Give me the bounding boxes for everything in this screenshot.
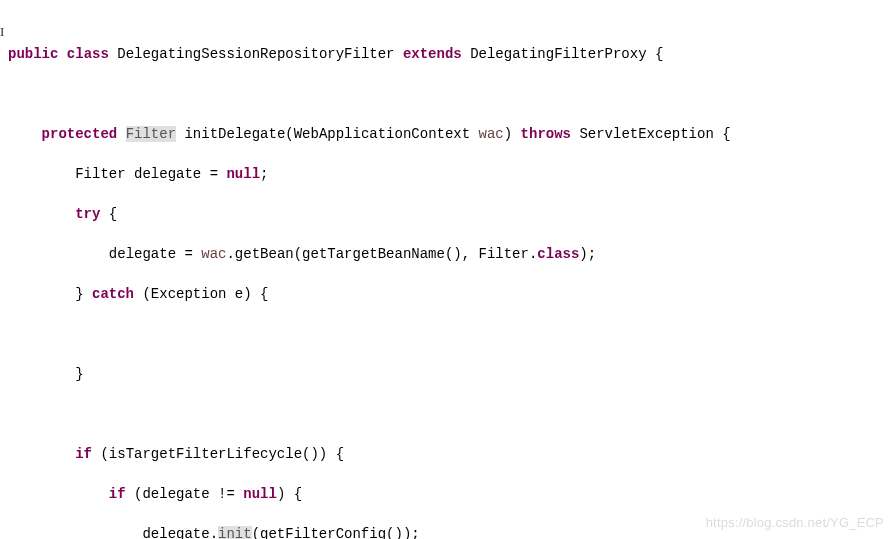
base-class: DelegatingFilterProxy [470,46,646,62]
class-name: DelegatingSessionRepositoryFilter [117,46,394,62]
text-cursor-icon: I [0,22,4,42]
call-tail: (getFilterConfig()); [252,526,420,539]
code-editor: I public class DelegatingSessionReposito… [0,0,894,539]
keyword: if [75,446,92,462]
code-line: delegate = wac.getBean(getTargetBeanName… [4,244,894,264]
keyword: if [109,486,126,502]
paren: ) [504,126,512,142]
condition-tail: ) { [277,486,302,502]
highlighted-ref: init [218,526,252,539]
brace: { [109,206,117,222]
code-line: Filter delegate = null; [4,164,894,184]
highlighted-ref: Filter [126,126,176,142]
brace: { [655,46,663,62]
brace: { [722,126,730,142]
type: ServletException [579,126,713,142]
keyword: null [226,166,260,182]
assignment: delegate = [109,246,201,262]
code-line [4,324,894,344]
keyword: class [67,46,109,62]
param: wac [479,126,504,142]
code-line [4,84,894,104]
code-line: public class DelegatingSessionRepository… [4,44,894,64]
keyword: null [243,486,277,502]
code-line: } catch (Exception e) { [4,284,894,304]
keyword: throws [521,126,571,142]
keyword: extends [403,46,462,62]
keyword: class [537,246,579,262]
call: .getBean(getTargetBeanName(), Filter. [226,246,537,262]
keyword: try [75,206,100,222]
code-line: try { [4,204,894,224]
param: wac [201,246,226,262]
paren: ( [285,126,293,142]
brace: } [75,366,83,382]
keyword: protected [42,126,118,142]
type: WebApplicationContext [294,126,470,142]
watermark: https://blog.csdn.net/YG_ECP [706,513,884,533]
code-line: if (delegate != null) { [4,484,894,504]
code-line: } [4,364,894,384]
code-line [4,404,894,424]
keyword: catch [92,286,134,302]
catch-sig: (Exception e) { [142,286,268,302]
condition: (isTargetFilterLifecycle()) { [100,446,344,462]
semicolon: ; [260,166,268,182]
code-line: if (isTargetFilterLifecycle()) { [4,444,894,464]
call: ); [579,246,596,262]
call-prefix: delegate. [142,526,218,539]
code-line: protected Filter initDelegate(WebApplica… [4,124,894,144]
method-name: initDelegate [184,126,285,142]
condition: (delegate != [134,486,243,502]
declaration: Filter delegate = [75,166,226,182]
keyword: public [8,46,58,62]
